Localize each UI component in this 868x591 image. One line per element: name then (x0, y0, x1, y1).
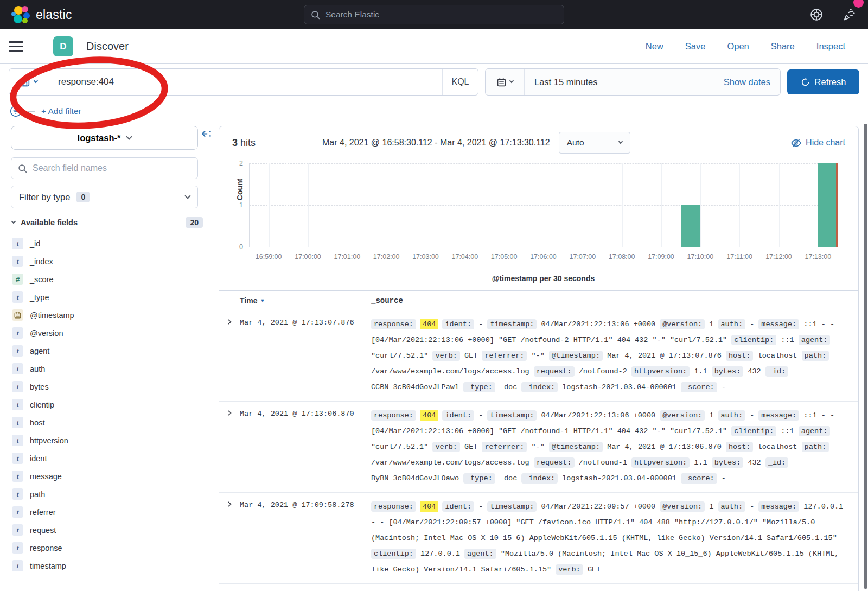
source-field-name: @version: (660, 319, 705, 329)
filter-by-type-select[interactable]: Filter by type 0 (11, 186, 198, 208)
source-field-name: agent: (464, 549, 496, 559)
highlighted-value: 404 (420, 319, 438, 329)
source-field-name: host: (726, 442, 754, 452)
text-type-icon: t (12, 256, 23, 267)
show-dates-link[interactable]: Show dates (724, 77, 780, 87)
menu-icon[interactable] (9, 29, 39, 63)
source-field-value: GET (464, 352, 477, 360)
histogram-bar[interactable] (681, 205, 700, 247)
histogram-chart[interactable]: Count 012 @timestamp per 30 seconds 16:5… (219, 152, 858, 290)
number-type-icon: # (12, 274, 23, 285)
field-item-response[interactable]: tresponse (11, 539, 204, 557)
query-language-button[interactable]: KQL (442, 69, 478, 95)
row-time: Mar 4, 2021 @ 17:13:06.870 (240, 408, 371, 486)
source-field-name: ident: (442, 410, 474, 421)
field-item-agent[interactable]: tagent (11, 342, 204, 360)
global-search-input[interactable]: Search Elastic (304, 5, 564, 24)
action-open[interactable]: Open (727, 41, 749, 52)
gridline-v (505, 163, 505, 247)
source-field-value: 04/Mar/2021:22:13:06 +0000 (541, 320, 656, 328)
source-field-name: _id: (765, 366, 788, 377)
newsfeed-icon[interactable] (842, 7, 857, 22)
date-quick-menu[interactable] (486, 69, 525, 95)
field-name: timestamp (30, 562, 66, 570)
action-share[interactable]: Share (771, 41, 795, 52)
row-time: Mar 4, 2021 @ 17:09:58.278 (240, 499, 371, 577)
saved-query-menu[interactable] (9, 69, 48, 95)
search-icon (18, 164, 27, 173)
fields-sidebar: logstash-* Search field names Filter by … (0, 123, 215, 591)
scrollbar[interactable] (864, 124, 867, 589)
source-field-value: logstash-2021.03.04-000001 (562, 383, 676, 391)
field-item-request[interactable]: trequest (11, 521, 204, 539)
source-field-value: ::1 (781, 336, 794, 344)
elastic-logo-icon (11, 5, 30, 24)
source-field-value: - (750, 411, 754, 420)
add-filter-link[interactable]: + Add filter (41, 106, 81, 116)
histogram-bar[interactable] (818, 163, 838, 247)
collapse-sidebar-icon[interactable] (200, 128, 212, 142)
field-item-timestamp[interactable]: ttimestamp (11, 557, 204, 575)
field-item-auth[interactable]: tauth (11, 360, 204, 378)
column-time[interactable]: Time▼ (240, 296, 371, 305)
field-item-httpversion[interactable]: thttpversion (11, 431, 204, 449)
expand-row-icon[interactable] (219, 408, 240, 486)
source-field-name: _id: (765, 457, 788, 468)
field-item-message[interactable]: tmessage (11, 467, 204, 485)
source-field-name: host: (726, 351, 754, 361)
field-item-ident[interactable]: tident (11, 449, 204, 467)
source-field-value: logstash-2021.03.04-000001 (562, 474, 676, 482)
field-item-clientip[interactable]: tclientip (11, 396, 204, 414)
field-item-_index[interactable]: t_index (11, 252, 204, 270)
source-field-value: - (722, 383, 726, 391)
action-inspect[interactable]: Inspect (816, 41, 845, 52)
elastic-logo[interactable]: elastic (11, 5, 72, 24)
hide-chart-link[interactable]: Hide chart (791, 138, 845, 148)
query-text[interactable]: response:404 (48, 77, 442, 87)
x-tick-label: 17:10:00 (687, 253, 713, 260)
saved-query-icon (20, 77, 30, 87)
row-time: Mar 4, 2021 @ 17:13:07.876 (240, 316, 371, 395)
source-field-name: auth: (718, 319, 746, 329)
text-type-icon: t (12, 453, 23, 464)
discover-app-icon: D (53, 36, 73, 56)
gridline-v (269, 163, 270, 247)
available-fields-header[interactable]: Available fields 20 (11, 217, 204, 228)
table-header: Time▼ _source (219, 290, 858, 310)
field-name: path (30, 490, 45, 499)
text-type-icon: t (12, 471, 23, 482)
date-picker[interactable]: Last 15 minutes Show dates (485, 68, 781, 96)
field-item-path[interactable]: tpath (11, 485, 204, 503)
source-field-name: timestamp: (487, 501, 537, 512)
source-field-value: 04/Mar/2021:22:09:57 +0000 (541, 503, 656, 511)
interval-select[interactable]: Auto (559, 132, 630, 154)
field-item-_id[interactable]: t_id (11, 234, 204, 252)
expand-row-icon[interactable] (219, 499, 240, 577)
refresh-button[interactable]: Refresh (787, 69, 859, 94)
eye-closed-icon (791, 138, 801, 148)
field-item-_type[interactable]: t_type (11, 288, 204, 306)
action-save[interactable]: Save (685, 41, 706, 52)
help-icon[interactable] (809, 8, 824, 22)
field-item-_score[interactable]: #_score (11, 270, 204, 288)
field-item-referrer[interactable]: treferrer (11, 503, 204, 521)
time-range-value[interactable]: Last 15 minutes (525, 77, 607, 87)
field-name: _id (30, 239, 40, 248)
field-name: _score (30, 275, 54, 284)
field-item-@timestamp[interactable]: @timestamp (11, 306, 204, 324)
action-new[interactable]: New (646, 41, 663, 52)
text-type-icon: t (12, 399, 23, 410)
expand-row-icon[interactable] (219, 316, 240, 395)
field-name: httpversion (30, 436, 68, 445)
field-item-bytes[interactable]: tbytes (11, 378, 204, 396)
field-item-@version[interactable]: t@version (11, 324, 204, 342)
source-field-value: GET (464, 443, 477, 451)
source-field-name: path: (802, 351, 829, 361)
x-tick-label: 17:12:00 (765, 253, 792, 260)
filter-icon[interactable] (10, 105, 22, 117)
field-search-input[interactable]: Search field names (11, 157, 198, 179)
field-item-host[interactable]: thost (11, 414, 204, 431)
index-pattern-select[interactable]: logstash-* (11, 126, 198, 150)
source-field-name: @version: (660, 501, 705, 512)
query-input[interactable]: response:404 KQL (9, 68, 478, 96)
